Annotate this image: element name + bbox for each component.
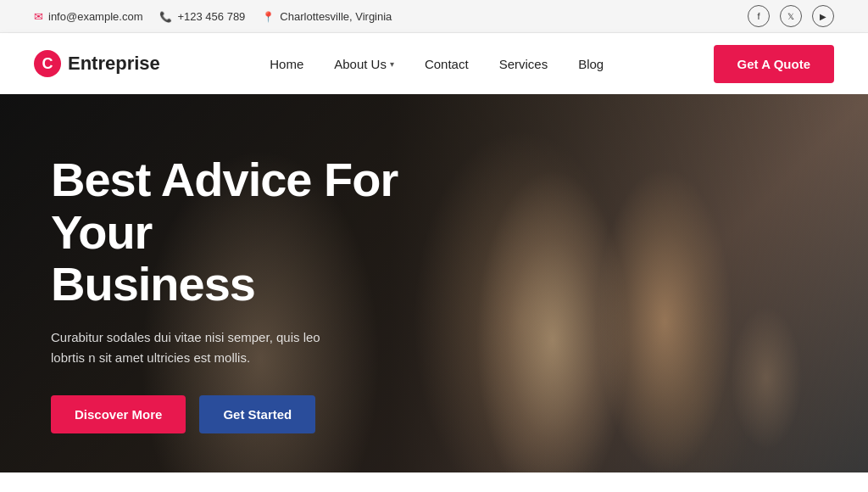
phone-item[interactable]: +123 456 789 [159, 10, 245, 23]
nav-link-home[interactable]: Home [258, 50, 315, 78]
logo-text: Entreprise [68, 53, 160, 75]
nav-item-blog[interactable]: Blog [566, 50, 615, 78]
nav-links: Home About Us ▾ Contact Services Blog [258, 50, 615, 78]
email-icon [34, 10, 43, 23]
nav-link-about[interactable]: About Us ▾ [322, 50, 406, 78]
hero-subtitle: Curabitur sodales dui vitae nisi semper,… [51, 327, 339, 368]
nav-link-contact[interactable]: Contact [413, 50, 481, 78]
discover-more-button[interactable]: Discover More [51, 395, 186, 433]
twitter-icon[interactable]: 𝕏 [780, 5, 802, 27]
email-text: info@example.com [48, 10, 142, 23]
top-bar: info@example.com +123 456 789 Charlottes… [0, 0, 868, 33]
social-links: f 𝕏 ▶ [748, 5, 834, 27]
get-started-button[interactable]: Get Started [199, 395, 315, 433]
location-text: Charlottesville, Virginia [280, 10, 392, 23]
hero-title: Best Advice For Your Business [51, 154, 424, 310]
nav-link-services[interactable]: Services [487, 50, 560, 78]
top-bar-contact: info@example.com +123 456 789 Charlottes… [34, 10, 392, 23]
logo[interactable]: C Entreprise [34, 50, 160, 77]
about-caret-icon: ▾ [390, 59, 394, 69]
nav-item-home[interactable]: Home [258, 50, 315, 78]
nav-item-about[interactable]: About Us ▾ [322, 50, 406, 78]
nav-item-contact[interactable]: Contact [413, 50, 481, 78]
navbar: C Entreprise Home About Us ▾ Contact Ser… [0, 33, 868, 94]
hero-content: Best Advice For Your Business Curabitur … [0, 94, 475, 472]
location-item[interactable]: Charlottesville, Virginia [262, 10, 392, 23]
email-item[interactable]: info@example.com [34, 10, 142, 23]
nav-item-services[interactable]: Services [487, 50, 560, 78]
get-quote-button[interactable]: Get A Quote [714, 45, 834, 83]
phone-icon [159, 10, 172, 23]
logo-icon: C [34, 50, 61, 77]
hero-section: Best Advice For Your Business Curabitur … [0, 94, 868, 472]
location-icon [262, 10, 275, 23]
youtube-icon[interactable]: ▶ [812, 5, 834, 27]
hero-buttons: Discover More Get Started [51, 395, 424, 433]
phone-text: +123 456 789 [177, 10, 245, 23]
nav-link-blog[interactable]: Blog [566, 50, 615, 78]
facebook-icon[interactable]: f [748, 5, 770, 27]
